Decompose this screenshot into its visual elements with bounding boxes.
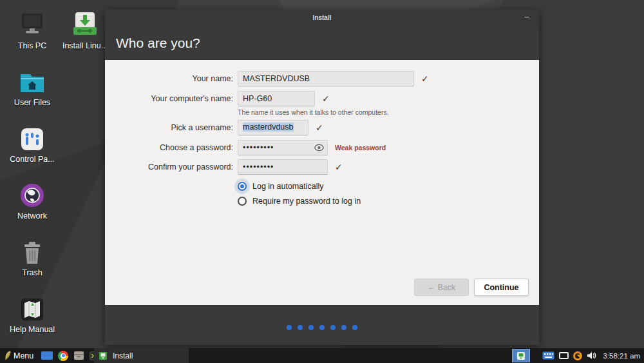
window-titlebar[interactable]: Install – xyxy=(105,10,539,28)
progress-dot xyxy=(319,325,325,330)
desktop-icon-label: Control Pa... xyxy=(10,155,54,164)
taskbar-window-button-install[interactable]: Install xyxy=(94,348,189,363)
desktop-icon-label: Network xyxy=(17,211,47,221)
name-ok-checkmark-icon: ✓ xyxy=(421,74,429,84)
show-password-eye-icon[interactable] xyxy=(314,143,324,152)
continue-button[interactable]: Continue xyxy=(474,279,529,296)
installer-tray-button[interactable] xyxy=(512,349,530,362)
system-tray: 3:58:21 am xyxy=(542,348,642,363)
help-manual-icon xyxy=(20,294,44,321)
login-automatically-option[interactable]: Log in automatically xyxy=(238,180,323,193)
window-header: Who are you? xyxy=(105,28,539,60)
desktop-icon-label: Install Linu... xyxy=(62,41,108,50)
desktop-icon-trash[interactable]: Trash xyxy=(3,237,62,277)
computer-name-row: Your computer's name: ✓ xyxy=(105,91,330,106)
confirm-field-wrap xyxy=(238,159,328,175)
computer-name-help: The name it uses when it talks to other … xyxy=(238,108,389,116)
confirm-password-input[interactable] xyxy=(238,159,328,175)
chrome-icon xyxy=(58,351,68,361)
username-label: Pick a username: xyxy=(105,123,233,132)
folder-home-icon xyxy=(19,67,46,94)
menu-button[interactable]: Menu xyxy=(0,348,39,363)
progress-dot xyxy=(330,325,336,330)
radio-unselected-icon[interactable] xyxy=(238,197,247,206)
selected-text: masterdvdusb xyxy=(243,123,294,132)
require-password-label: Require my password to log in xyxy=(252,197,361,206)
desktop-icon-user-files[interactable]: User Files xyxy=(3,67,62,107)
back-button[interactable]: ← Back xyxy=(414,279,469,296)
password-strength-status: Weak password xyxy=(335,144,386,152)
confirm-password-label: Confirm your password: xyxy=(105,162,233,172)
file-manager-launcher[interactable] xyxy=(71,348,87,363)
radio-selected-icon[interactable] xyxy=(238,182,247,191)
password-field-wrap xyxy=(238,140,328,155)
desktop-icon-this-pc[interactable]: This PC xyxy=(3,10,62,50)
form-area: Your name: ✓ Your computer's name: ✓ The… xyxy=(105,60,539,305)
username-row: Pick a username: masterdvdusb ✓ xyxy=(105,120,323,135)
taskbar: Menu ⁞⁞ xyxy=(0,348,644,363)
desktop-icon-network[interactable]: Network xyxy=(3,181,62,221)
progress-dots xyxy=(105,305,539,345)
volume-icon[interactable] xyxy=(587,351,596,360)
require-password-option[interactable]: Require my password to log in xyxy=(238,195,361,208)
show-desktop-icon xyxy=(41,351,53,360)
control-panel-icon xyxy=(20,124,44,151)
progress-dot xyxy=(287,325,292,330)
installer-tray-icon xyxy=(99,351,108,360)
keyboard-icon[interactable] xyxy=(542,351,554,360)
desktop-icon-help-manual[interactable]: Help Manual xyxy=(3,294,62,334)
desktop: This PC Install Linu... User Files xyxy=(0,0,644,363)
desktop-icon-label: Trash xyxy=(22,268,43,277)
name-row: Your name: ✓ xyxy=(105,71,429,86)
progress-dot xyxy=(308,325,314,330)
file-manager-icon xyxy=(73,351,84,360)
installer-tray-icon xyxy=(516,351,526,360)
network-globe-icon xyxy=(20,181,44,208)
password-label: Choose a password: xyxy=(105,143,233,152)
trash-icon xyxy=(21,237,43,264)
taskbar-left: Menu ⁞⁞ xyxy=(0,348,107,363)
page-title: Who are you? xyxy=(116,35,200,51)
menu-label: Menu xyxy=(12,351,36,360)
confirm-ok-checkmark-icon: ✓ xyxy=(335,162,343,172)
name-label: Your name: xyxy=(105,74,233,83)
desktop-icon-control-panel[interactable]: Control Pa... xyxy=(3,124,62,164)
show-desktop-button[interactable] xyxy=(39,348,55,363)
progress-dot xyxy=(352,325,357,330)
updates-icon[interactable] xyxy=(573,351,582,360)
install-linux-icon xyxy=(71,10,99,37)
computer-name-input[interactable] xyxy=(238,91,315,106)
login-automatically-label: Log in automatically xyxy=(252,182,323,191)
computer-icon xyxy=(17,10,47,37)
display-icon[interactable] xyxy=(559,352,569,359)
installer-window: Install – Who are you? Your name: ✓ Your… xyxy=(105,10,539,345)
desktop-icon-label: This PC xyxy=(18,41,46,50)
computer-name-label: Your computer's name: xyxy=(105,94,233,103)
taskbar-window-label: Install xyxy=(113,351,133,360)
progress-dot xyxy=(298,325,303,330)
minimize-button[interactable]: – xyxy=(521,12,533,23)
desktop-icon-label: User Files xyxy=(14,98,50,107)
name-input[interactable] xyxy=(238,71,414,86)
progress-dot xyxy=(341,325,346,330)
desktop-icon-label: Help Manual xyxy=(10,325,55,334)
browser-launcher[interactable] xyxy=(55,348,71,363)
menu-logo-icon xyxy=(4,350,12,361)
computer-ok-checkmark-icon: ✓ xyxy=(322,93,330,104)
confirm-password-row: Confirm your password: ✓ xyxy=(105,159,343,175)
taskbar-clock[interactable]: 3:58:21 am xyxy=(601,352,642,360)
username-ok-checkmark-icon: ✓ xyxy=(316,123,323,133)
window-title: Install xyxy=(105,14,539,21)
password-row: Choose a password: Weak password xyxy=(105,140,386,155)
username-input[interactable]: masterdvdusb xyxy=(238,120,308,135)
